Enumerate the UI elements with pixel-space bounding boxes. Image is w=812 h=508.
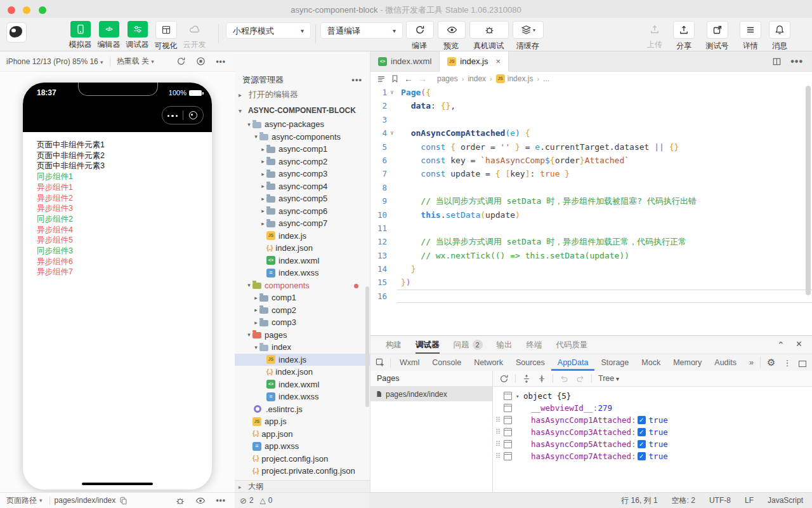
compile-mode-select[interactable]: 普通编译 ▾ [320,22,403,39]
tree-item-pages[interactable]: ▾pages [235,329,370,342]
open-editors-section[interactable]: ▸ 打开的编辑器 [235,88,370,101]
value-checkbox[interactable]: ✓ [638,452,646,460]
code-line-12[interactable]: 12 // 当以异步方式调用 setData 时，异步组件加载正常，代码执行正常 [370,235,812,248]
devtools-tab-Wxml[interactable]: Wxml [393,354,426,371]
code-line-7[interactable]: 7 const update = { [key]: true } [370,167,812,180]
code-line-6[interactable]: 6 const key = `hasAsyncComp${order}Attac… [370,154,812,167]
code-line-8[interactable]: 8 [370,181,812,194]
value-checkbox[interactable]: ✓ [638,416,646,424]
devtools-more-icon[interactable]: ⋮ [783,358,791,368]
tree-item-async-comp5[interactable]: ▸async-comp5 [235,192,370,205]
undock-icon[interactable] [799,361,806,367]
toolbar-button-编辑器[interactable]: </>编辑器 [95,21,123,51]
devtools-tab-AppData[interactable]: AppData [551,354,595,371]
exit-miniprogram-icon[interactable] [183,111,202,119]
statusbar-item[interactable]: LF [745,496,754,505]
outline-list-icon[interactable] [377,75,386,83]
more-menu-icon[interactable] [162,110,183,121]
inspect-element-icon[interactable] [370,358,391,368]
editor-more-icon[interactable]: ••• [790,56,803,67]
tree-item-.eslintrc.js[interactable]: .eslintrc.js [235,403,370,416]
devtools-tab-»[interactable]: » [743,354,760,371]
tree-item-async-comp6[interactable]: ▸async-comp6 [235,205,370,218]
appdata-row[interactable]: ⠿hasAsyncComp5Attached : ✓true [493,438,812,450]
mode-select[interactable]: 小程序模式 ▾ [226,22,311,39]
tree-item-comp2[interactable]: ▸comp2 [235,304,370,317]
drag-handle-icon[interactable]: ⠿ [493,416,503,424]
debugger-tab-终端[interactable]: 终端 [527,336,542,354]
devtools-tab-Audits[interactable]: Audits [708,354,743,371]
toolbar-button-调试器[interactable]: 调试器 [123,21,152,51]
tree-item-async-components[interactable]: ▾async-components [235,131,370,144]
drag-handle-icon[interactable]: ⠿ [493,452,503,460]
tree-item-index.json[interactable]: {..}index.json [235,366,370,378]
toolbar-button-清缓存[interactable]: ▾清缓存 [513,21,542,51]
debugger-tab-问题[interactable]: 问题2 [454,336,483,354]
editor-tab-index.js[interactable]: JSindex.js× [440,51,509,72]
tree-item-comp1[interactable]: ▸comp1 [235,291,370,304]
value-checkbox[interactable]: ✓ [638,428,646,436]
code-line-10[interactable]: 10 this.setData(update) [370,208,812,222]
appdata-row[interactable]: ▾object {5} [493,390,812,402]
more-icon[interactable]: ••• [216,496,226,505]
explorer-more-icon[interactable]: ••• [351,72,362,88]
breadcrumb-item-pages[interactable]: pages [437,74,458,83]
user-avatar[interactable] [6,22,27,43]
code-line-4[interactable]: 4∨ onAsyncCompAttached(e) { [370,126,812,140]
toolbar-button-编译[interactable]: 编译 [406,21,433,51]
statusbar-item[interactable]: 空格: 2 [672,495,695,506]
bookmark-icon[interactable] [391,74,399,83]
code-line-1[interactable]: 1∨Page({ [370,86,812,99]
code-line-14[interactable]: 14 } [370,262,812,276]
project-root-section[interactable]: ▾ ASYNC-COMPONENT-BLOCK [235,104,370,117]
toolbar-button-预览[interactable]: 预览 [438,21,464,51]
debug-icon[interactable] [175,496,185,505]
toolbar-button-云开发[interactable]: 云开发 [180,21,209,51]
statusbar-item[interactable]: 行 16, 列 1 [621,495,657,506]
breadcrumb-item-...[interactable]: ... [543,74,549,83]
code-editor[interactable]: 1∨Page({2 data: {},34∨ onAsyncCompAttach… [370,86,812,303]
expander-down-icon[interactable]: ▾ [516,393,523,399]
tree-item-async-comp7[interactable]: ▸async-comp7 [235,217,370,230]
toolbar-button-可视化[interactable]: 可视化 [152,21,180,51]
miniprogram-capsule[interactable] [162,106,204,124]
outline-section[interactable]: ▸ 大纲 [235,480,370,492]
devtools-tab-Network[interactable]: Network [468,354,509,371]
toolbar-button-模拟器[interactable]: 模拟器 [66,21,95,51]
tree-item-project.config.json[interactable]: {..}project.config.json [235,453,370,465]
toolbar-button-真机调试[interactable]: 真机调试 [469,21,508,51]
tree-item-app.js[interactable]: JSapp.js [235,415,370,428]
tree-item-index.wxss[interactable]: ≡index.wxss [235,267,370,279]
devtools-tab-Memory[interactable]: Memory [667,354,708,371]
simulator-more-icon[interactable]: ••• [216,57,226,66]
debugger-tab-输出[interactable]: 输出 [497,336,513,354]
preview-eye-icon[interactable] [195,496,206,505]
value-checkbox[interactable]: ✓ [638,440,646,448]
tree-item-index.wxml[interactable]: <>index.wxml [235,255,370,267]
code-line-11[interactable]: 11 [370,222,812,235]
editor-scrollbar[interactable] [806,86,811,295]
devtools-tab-Console[interactable]: Console [426,354,468,371]
hot-reload-toggle[interactable]: 热重载 关 ▾ [117,56,154,67]
devtools-tab-Storage[interactable]: Storage [594,354,635,371]
tree-item-async-comp2[interactable]: ▸async-comp2 [235,156,370,168]
devtools-tab-Sources[interactable]: Sources [509,354,551,371]
code-line-2[interactable]: 2 data: {}, [370,99,812,112]
collapse-panel-icon[interactable]: ⌃ [777,338,785,351]
devtools-tab-Mock[interactable]: Mock [635,354,667,371]
appdata-row[interactable]: ⠿hasAsyncComp3Attached : ✓true [493,426,812,438]
problems-statusbar[interactable]: ⊘ 2 △ 0 [235,492,370,508]
tree-item-project.private.config.json[interactable]: {..}project.private.config.json [235,465,370,478]
close-panel-icon[interactable]: × [796,338,802,351]
appdata-row[interactable]: __webviewId__ : 279 [493,402,812,414]
page-path-label[interactable]: 页面路径 [6,495,37,506]
settings-gear-icon[interactable]: ⚙ [767,357,775,368]
drag-handle-icon[interactable]: ⠿ [493,440,503,448]
explorer-scrollbar[interactable] [365,286,369,407]
toolbar-button-详情[interactable]: 详情 [737,21,764,51]
code-line-16[interactable]: 16 [370,290,812,303]
tree-mode-select[interactable]: Tree ▾ [598,374,619,383]
statusbar-item[interactable]: JavaScript [768,496,803,505]
tree-item-async-packages[interactable]: ▾async-packages [235,118,370,131]
tree-item-app.json[interactable]: {..}app.json [235,428,370,441]
